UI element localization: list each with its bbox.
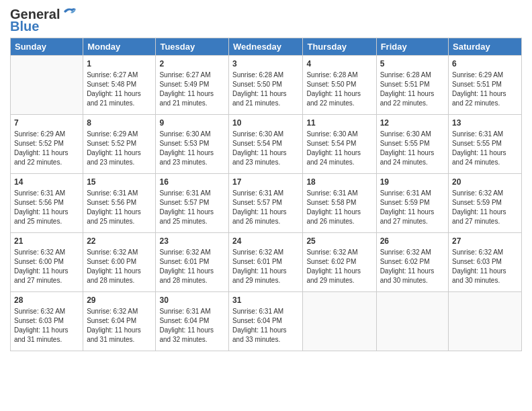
- cell-day-number: 19: [380, 177, 445, 187]
- calendar-cell: 8Sunrise: 6:29 AM Sunset: 5:52 PM Daylig…: [83, 115, 156, 174]
- calendar-cell: 9Sunrise: 6:30 AM Sunset: 5:53 PM Daylig…: [156, 115, 229, 174]
- calendar-cell: 16Sunrise: 6:31 AM Sunset: 5:57 PM Dayli…: [156, 174, 229, 233]
- calendar-cell: 22Sunrise: 6:32 AM Sunset: 6:00 PM Dayli…: [83, 233, 156, 292]
- cell-day-number: 12: [380, 118, 445, 128]
- cell-day-number: 29: [87, 295, 152, 306]
- cell-day-number: 16: [159, 177, 225, 187]
- cell-day-number: 5: [380, 58, 445, 69]
- calendar-cell: 20Sunrise: 6:32 AM Sunset: 5:59 PM Dayli…: [449, 174, 522, 233]
- cell-info: Sunrise: 6:31 AM Sunset: 5:55 PM Dayligh…: [452, 130, 518, 167]
- cell-info: Sunrise: 6:31 AM Sunset: 5:58 PM Dayligh…: [306, 189, 372, 226]
- calendar-week-row-4: 21Sunrise: 6:32 AM Sunset: 6:00 PM Dayli…: [11, 233, 522, 292]
- cell-day-number: 18: [306, 177, 372, 187]
- calendar-week-row-5: 28Sunrise: 6:32 AM Sunset: 6:03 PM Dayli…: [11, 292, 522, 351]
- cell-info: Sunrise: 6:30 AM Sunset: 5:54 PM Dayligh…: [306, 130, 372, 167]
- calendar-cell: 13Sunrise: 6:31 AM Sunset: 5:55 PM Dayli…: [449, 115, 522, 174]
- calendar-cell: 21Sunrise: 6:32 AM Sunset: 6:00 PM Dayli…: [11, 233, 83, 292]
- cell-day-number: 31: [232, 295, 299, 306]
- calendar-week-row-2: 7Sunrise: 6:29 AM Sunset: 5:52 PM Daylig…: [11, 115, 522, 174]
- cell-info: Sunrise: 6:31 AM Sunset: 5:57 PM Dayligh…: [159, 189, 225, 226]
- calendar-cell: 1Sunrise: 6:27 AM Sunset: 5:48 PM Daylig…: [83, 56, 156, 115]
- calendar-cell: 27Sunrise: 6:32 AM Sunset: 6:03 PM Dayli…: [449, 233, 522, 292]
- cell-info: Sunrise: 6:31 AM Sunset: 6:04 PM Dayligh…: [232, 307, 299, 345]
- cell-info: Sunrise: 6:29 AM Sunset: 5:51 PM Dayligh…: [452, 71, 518, 108]
- weekday-header-thursday: Thursday: [303, 38, 376, 56]
- cell-day-number: 14: [14, 177, 79, 187]
- cell-info: Sunrise: 6:32 AM Sunset: 6:00 PM Dayligh…: [87, 248, 152, 285]
- calendar-cell: 28Sunrise: 6:32 AM Sunset: 6:03 PM Dayli…: [11, 292, 83, 351]
- cell-day-number: 30: [159, 295, 225, 306]
- weekday-header-friday: Friday: [376, 38, 448, 56]
- calendar-cell: 12Sunrise: 6:30 AM Sunset: 5:55 PM Dayli…: [376, 115, 448, 174]
- cell-day-number: 28: [14, 295, 79, 306]
- cell-day-number: 9: [159, 118, 225, 128]
- cell-day-number: 6: [452, 58, 518, 69]
- calendar-cell: 2Sunrise: 6:27 AM Sunset: 5:49 PM Daylig…: [156, 56, 229, 115]
- cell-info: Sunrise: 6:32 AM Sunset: 6:01 PM Dayligh…: [232, 248, 299, 285]
- cell-info: Sunrise: 6:32 AM Sunset: 6:04 PM Dayligh…: [87, 307, 152, 345]
- header: General Blue: [10, 7, 522, 34]
- calendar-cell: 24Sunrise: 6:32 AM Sunset: 6:01 PM Dayli…: [229, 233, 303, 292]
- cell-day-number: 1: [87, 58, 152, 69]
- calendar-week-row-3: 14Sunrise: 6:31 AM Sunset: 5:56 PM Dayli…: [11, 174, 522, 233]
- cell-day-number: 24: [232, 236, 299, 246]
- cell-day-number: 7: [14, 118, 79, 128]
- cell-info: Sunrise: 6:30 AM Sunset: 5:55 PM Dayligh…: [380, 130, 445, 167]
- calendar-cell: 18Sunrise: 6:31 AM Sunset: 5:58 PM Dayli…: [303, 174, 376, 233]
- page: General Blue SundayMondayTuesdayWednesda…: [0, 0, 532, 411]
- cell-day-number: 22: [87, 236, 152, 246]
- cell-day-number: 4: [306, 58, 372, 69]
- cell-info: Sunrise: 6:28 AM Sunset: 5:51 PM Dayligh…: [380, 71, 445, 108]
- logo-bird-icon: [61, 6, 77, 19]
- cell-info: Sunrise: 6:27 AM Sunset: 5:48 PM Dayligh…: [87, 71, 152, 108]
- calendar-cell: 29Sunrise: 6:32 AM Sunset: 6:04 PM Dayli…: [83, 292, 156, 351]
- cell-info: Sunrise: 6:30 AM Sunset: 5:54 PM Dayligh…: [232, 130, 299, 167]
- cell-day-number: 10: [232, 118, 299, 128]
- weekday-header-sunday: Sunday: [11, 38, 83, 56]
- calendar-cell: [303, 292, 376, 351]
- cell-info: Sunrise: 6:30 AM Sunset: 5:53 PM Dayligh…: [159, 130, 225, 167]
- cell-info: Sunrise: 6:32 AM Sunset: 6:02 PM Dayligh…: [306, 248, 372, 285]
- cell-day-number: 21: [14, 236, 79, 246]
- cell-info: Sunrise: 6:28 AM Sunset: 5:50 PM Dayligh…: [232, 71, 299, 108]
- cell-day-number: 26: [380, 236, 445, 246]
- calendar-cell: [376, 292, 448, 351]
- cell-day-number: 11: [306, 118, 372, 128]
- calendar-cell: 26Sunrise: 6:32 AM Sunset: 6:02 PM Dayli…: [376, 233, 448, 292]
- calendar-week-row-1: 1Sunrise: 6:27 AM Sunset: 5:48 PM Daylig…: [11, 56, 522, 115]
- calendar-cell: 3Sunrise: 6:28 AM Sunset: 5:50 PM Daylig…: [229, 56, 303, 115]
- cell-info: Sunrise: 6:31 AM Sunset: 5:59 PM Dayligh…: [380, 189, 445, 226]
- weekday-header-tuesday: Tuesday: [156, 38, 229, 56]
- cell-info: Sunrise: 6:31 AM Sunset: 5:56 PM Dayligh…: [87, 189, 152, 226]
- cell-info: Sunrise: 6:32 AM Sunset: 6:02 PM Dayligh…: [380, 248, 445, 285]
- weekday-header-wednesday: Wednesday: [229, 38, 303, 56]
- calendar-cell: 5Sunrise: 6:28 AM Sunset: 5:51 PM Daylig…: [376, 56, 448, 115]
- cell-day-number: 17: [232, 177, 299, 187]
- cell-day-number: 8: [87, 118, 152, 128]
- calendar-cell: 25Sunrise: 6:32 AM Sunset: 6:02 PM Dayli…: [303, 233, 376, 292]
- cell-info: Sunrise: 6:32 AM Sunset: 6:03 PM Dayligh…: [452, 248, 518, 285]
- cell-info: Sunrise: 6:32 AM Sunset: 6:01 PM Dayligh…: [159, 248, 225, 285]
- calendar-cell: 14Sunrise: 6:31 AM Sunset: 5:56 PM Dayli…: [11, 174, 83, 233]
- calendar-cell: 10Sunrise: 6:30 AM Sunset: 5:54 PM Dayli…: [229, 115, 303, 174]
- calendar-cell: 7Sunrise: 6:29 AM Sunset: 5:52 PM Daylig…: [11, 115, 83, 174]
- cell-info: Sunrise: 6:31 AM Sunset: 5:56 PM Dayligh…: [14, 189, 79, 226]
- cell-day-number: 25: [306, 236, 372, 246]
- weekday-header-monday: Monday: [83, 38, 156, 56]
- logo: General Blue: [10, 7, 77, 34]
- cell-info: Sunrise: 6:27 AM Sunset: 5:49 PM Dayligh…: [159, 71, 225, 108]
- weekday-header-row: SundayMondayTuesdayWednesdayThursdayFrid…: [11, 38, 522, 56]
- logo-blue: Blue: [10, 19, 39, 34]
- calendar-table: SundayMondayTuesdayWednesdayThursdayFrid…: [10, 38, 522, 351]
- cell-info: Sunrise: 6:28 AM Sunset: 5:50 PM Dayligh…: [306, 71, 372, 108]
- cell-info: Sunrise: 6:29 AM Sunset: 5:52 PM Dayligh…: [14, 130, 79, 167]
- calendar-cell: [11, 56, 83, 115]
- cell-day-number: 2: [159, 58, 225, 69]
- cell-day-number: 13: [452, 118, 518, 128]
- calendar-cell: 11Sunrise: 6:30 AM Sunset: 5:54 PM Dayli…: [303, 115, 376, 174]
- cell-day-number: 20: [452, 177, 518, 187]
- weekday-header-saturday: Saturday: [449, 38, 522, 56]
- cell-info: Sunrise: 6:32 AM Sunset: 6:03 PM Dayligh…: [14, 307, 79, 345]
- calendar-cell: 15Sunrise: 6:31 AM Sunset: 5:56 PM Dayli…: [83, 174, 156, 233]
- cell-info: Sunrise: 6:29 AM Sunset: 5:52 PM Dayligh…: [87, 130, 152, 167]
